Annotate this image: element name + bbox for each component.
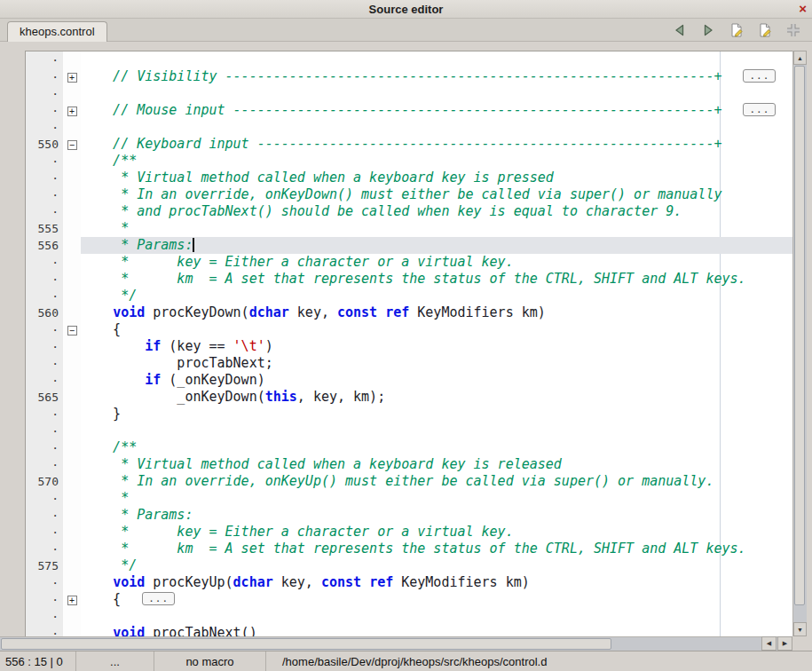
code-line[interactable]: /** bbox=[81, 153, 792, 170]
code-line[interactable] bbox=[81, 608, 792, 625]
code-line-current[interactable]: * Params: bbox=[81, 237, 792, 254]
gutter-line-number: 575 bbox=[26, 557, 63, 574]
window-title: Source editor bbox=[369, 3, 444, 16]
code-segment-kw: dchar bbox=[233, 574, 273, 590]
fold-expand-icon[interactable]: + bbox=[67, 107, 77, 116]
code-segment-kw: this bbox=[265, 389, 297, 405]
gutter-dot: · bbox=[26, 524, 63, 541]
close-icon[interactable]: × bbox=[799, 1, 807, 16]
code-line[interactable] bbox=[81, 51, 792, 68]
code-segment-kw: if bbox=[145, 338, 161, 354]
fold-expand-icon[interactable]: + bbox=[67, 73, 77, 83]
gutter-dot: · bbox=[26, 422, 63, 439]
code-editor[interactable]: ·····550····555556···560····565····570··… bbox=[25, 51, 792, 636]
code-segment-txt bbox=[81, 372, 145, 388]
doc-edit-button-2[interactable] bbox=[754, 20, 775, 40]
horizontal-scrollbar-thumb[interactable] bbox=[1, 638, 611, 650]
fold-margin-row bbox=[63, 254, 81, 271]
fold-collapse-icon[interactable]: − bbox=[67, 140, 77, 150]
horizontal-scrollbar[interactable]: ◀ ▶ bbox=[0, 636, 792, 651]
scroll-down-button[interactable]: ▼ bbox=[793, 622, 807, 636]
code-line[interactable]: * and procTabNext() should be called whe… bbox=[81, 203, 792, 220]
status-panel-2-text: ... bbox=[110, 655, 120, 668]
scroll-right-button[interactable]: ▶ bbox=[777, 636, 792, 651]
scrollbar-corner bbox=[792, 636, 812, 651]
code-line[interactable]: // Mouse input -------------------------… bbox=[81, 102, 792, 119]
code-line[interactable]: * key = Either a character or a virtual … bbox=[81, 524, 792, 541]
file-path-panel: /home/basile/Dev/dproj/kheops/src/kheops… bbox=[266, 651, 812, 671]
gutter-dot: · bbox=[26, 338, 63, 355]
fold-margin-row bbox=[63, 153, 81, 170]
code-line[interactable]: { bbox=[81, 321, 792, 338]
folded-code-ellipsis[interactable]: ... bbox=[142, 592, 175, 605]
code-line[interactable]: * In an override, onKeyUp() must either … bbox=[81, 473, 792, 490]
gutter-dot: · bbox=[26, 490, 63, 507]
window-titlebar[interactable]: Source editor × bbox=[0, 0, 812, 19]
code-line[interactable]: * Virtual method called when a keyboard … bbox=[81, 456, 792, 473]
scroll-left-button[interactable]: ◀ bbox=[761, 636, 777, 651]
code-line[interactable]: void procKeyDown(dchar key, const ref Ke… bbox=[81, 304, 792, 321]
fold-margin-row bbox=[63, 507, 81, 524]
tab-kheops-control[interactable]: kheops.control bbox=[7, 21, 107, 42]
split-editor-button[interactable] bbox=[783, 20, 803, 40]
folded-code-ellipsis[interactable]: ... bbox=[743, 103, 776, 116]
code-segment-cmt: * Params: bbox=[81, 507, 193, 523]
nav-back-button[interactable] bbox=[669, 20, 690, 40]
fold-margin-row: + bbox=[63, 68, 81, 85]
code-line[interactable]: * key = Either a character or a virtual … bbox=[81, 254, 792, 271]
fold-margin-row: − bbox=[63, 321, 81, 338]
fold-margin-row bbox=[63, 389, 81, 406]
code-line[interactable]: // Visibility --------------------------… bbox=[81, 68, 792, 85]
code-line[interactable]: procTabNext; bbox=[81, 355, 792, 372]
fold-expand-icon[interactable]: + bbox=[67, 596, 77, 605]
code-segment-txt bbox=[81, 625, 113, 636]
code-segment-txt: KeyModifiers km) bbox=[409, 304, 546, 320]
code-line[interactable]: if (key == '\t') bbox=[81, 338, 792, 355]
code-line[interactable]: * bbox=[81, 490, 792, 507]
code-line[interactable]: * bbox=[81, 220, 792, 237]
gutter-dot: · bbox=[26, 68, 63, 85]
gutter-dot: · bbox=[26, 541, 63, 557]
code-line[interactable]: } bbox=[81, 406, 792, 422]
code-line[interactable]: * Params: bbox=[81, 507, 792, 524]
tab-bar: kheops.control bbox=[0, 19, 812, 42]
code-area[interactable]: // Visibility --------------------------… bbox=[81, 51, 792, 636]
code-segment-kw: void bbox=[113, 304, 145, 320]
code-line[interactable]: * km = A set that represents the status … bbox=[81, 271, 792, 288]
gutter-dot: · bbox=[26, 85, 63, 102]
code-line[interactable] bbox=[81, 422, 792, 439]
fold-margin[interactable]: ++−−+ bbox=[63, 51, 81, 636]
code-line[interactable]: /** bbox=[81, 439, 792, 456]
vertical-scrollbar-thumb[interactable] bbox=[794, 66, 805, 605]
fold-margin-row bbox=[63, 473, 81, 490]
code-line[interactable] bbox=[81, 119, 792, 136]
code-line[interactable]: // Keyboard input ----------------------… bbox=[81, 136, 792, 153]
code-segment-txt: } bbox=[81, 406, 121, 422]
fold-margin-row bbox=[63, 456, 81, 473]
code-segment-kw: const bbox=[321, 574, 361, 590]
code-line[interactable]: * km = A set that represents the status … bbox=[81, 541, 792, 557]
code-segment-txt: procTabNext; bbox=[81, 355, 273, 371]
fold-margin-row bbox=[63, 304, 81, 321]
code-line[interactable]: _onKeyDown(this, key, km); bbox=[81, 389, 792, 406]
gutter-line-number: 565 bbox=[26, 389, 63, 406]
nav-forward-button[interactable] bbox=[698, 20, 718, 40]
code-line[interactable]: void procTabNext() bbox=[81, 625, 792, 636]
code-line[interactable]: {... bbox=[81, 591, 792, 608]
code-line[interactable]: * In an override, onKeyDown() must eithe… bbox=[81, 186, 792, 203]
status-bar: 556 : 15 | 0 ... no macro /home/basile/D… bbox=[0, 651, 812, 671]
code-line[interactable]: void procKeyUp(dchar key, const ref KeyM… bbox=[81, 574, 792, 591]
code-line[interactable]: if (_onKeyDown) bbox=[81, 372, 792, 389]
code-line[interactable]: */ bbox=[81, 288, 792, 304]
code-line[interactable]: * Virtual method called when a keyboard … bbox=[81, 170, 792, 186]
code-line[interactable]: */ bbox=[81, 557, 792, 574]
scroll-up-button[interactable]: ▲ bbox=[793, 51, 807, 65]
code-line[interactable] bbox=[81, 85, 792, 102]
code-segment-cmt: * and procTabNext() should be called whe… bbox=[81, 203, 682, 219]
vertical-scrollbar[interactable]: ▲ ▼ bbox=[792, 51, 807, 636]
folded-code-ellipsis[interactable]: ... bbox=[743, 69, 776, 83]
doc-edit-button-1[interactable] bbox=[726, 20, 746, 40]
gutter-dot: · bbox=[26, 355, 63, 372]
fold-margin-row bbox=[63, 557, 81, 574]
fold-collapse-icon[interactable]: − bbox=[67, 326, 77, 336]
